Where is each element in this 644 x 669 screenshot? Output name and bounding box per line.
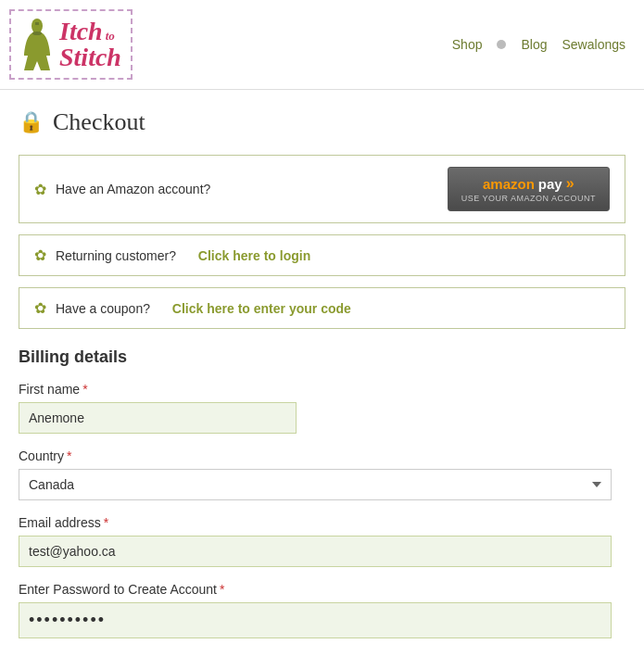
amazon-pay-button[interactable]: amazon pay » USE YOUR AMAZON ACCOUNT — [448, 167, 610, 211]
nav-sewalongs[interactable]: Sewalongs — [562, 37, 626, 52]
email-label: Email address* — [19, 515, 625, 530]
first-name-label: First name* — [19, 382, 625, 397]
amazon-info-box: ✿ Have an Amazon account? amazon pay » U… — [19, 155, 625, 223]
login-link[interactable]: Click here to login — [198, 248, 310, 263]
logo-text: Itch to Stitch — [59, 19, 121, 70]
country-group: Country* Canada United States United Kin… — [19, 448, 625, 500]
amazon-chevrons: » — [566, 175, 575, 192]
country-label: Country* — [19, 448, 625, 463]
required-star-country: * — [67, 448, 71, 463]
returning-customer-box: ✿ Returning customer? Click here to logi… — [19, 234, 625, 276]
email-group: Email address* — [19, 515, 625, 567]
password-label: Enter Password to Create Account* — [19, 582, 625, 597]
amazon-pay-subtitle: USE YOUR AMAZON ACCOUNT — [461, 194, 596, 203]
page-title-area: 🔒 Checkout — [19, 108, 625, 136]
logo-stitch: Stitch — [59, 44, 121, 70]
nav-shop[interactable]: Shop — [452, 37, 483, 52]
gear-icon-returning: ✿ — [34, 246, 46, 264]
logo-to: to — [106, 30, 115, 42]
page-title: Checkout — [53, 108, 145, 136]
nav-dot — [497, 40, 506, 49]
coupon-prefix: Have a coupon? — [56, 301, 150, 316]
required-star-password: * — [220, 582, 224, 597]
amazon-pay-top: amazon pay » — [483, 175, 575, 192]
returning-box-left: ✿ Returning customer? Click here to logi… — [34, 246, 310, 264]
billing-section-title: Billing details — [19, 347, 625, 367]
password-group: Enter Password to Create Account* — [19, 582, 625, 638]
coupon-link[interactable]: Click here to enter your code — [172, 301, 351, 316]
main-content: 🔒 Checkout ✿ Have an Amazon account? ama… — [0, 90, 644, 669]
dress-icon — [20, 17, 54, 72]
header: Itch to Stitch Shop Blog Sewalongs — [0, 0, 644, 90]
svg-point-3 — [32, 32, 42, 35]
amazon-brand: amazon — [483, 176, 535, 192]
email-input[interactable] — [19, 536, 612, 567]
coupon-box-left: ✿ Have a coupon? Click here to enter you… — [34, 299, 351, 317]
returning-prefix: Returning customer? — [56, 248, 176, 263]
first-name-input[interactable] — [19, 402, 297, 434]
required-star-name: * — [82, 382, 87, 397]
main-nav: Shop Blog Sewalongs — [452, 37, 625, 52]
lock-icon: 🔒 — [19, 110, 44, 134]
nav-blog[interactable]: Blog — [521, 37, 547, 52]
gear-icon-amazon: ✿ — [34, 181, 46, 198]
coupon-box: ✿ Have a coupon? Click here to enter you… — [19, 287, 625, 329]
svg-rect-2 — [35, 22, 39, 25]
gear-icon-coupon: ✿ — [34, 299, 46, 317]
first-name-group: First name* — [19, 382, 625, 434]
logo-itch: Itch — [59, 19, 103, 44]
amazon-box-text: Have an Amazon account? — [56, 182, 210, 196]
amazon-pay-word: pay — [538, 176, 562, 192]
amazon-box-left: ✿ Have an Amazon account? — [34, 181, 210, 198]
svg-rect-1 — [24, 54, 50, 56]
password-input[interactable] — [19, 602, 612, 638]
required-star-email: * — [104, 515, 108, 530]
country-select[interactable]: Canada United States United Kingdom Aust… — [19, 469, 612, 500]
logo[interactable]: Itch to Stitch — [9, 9, 133, 80]
